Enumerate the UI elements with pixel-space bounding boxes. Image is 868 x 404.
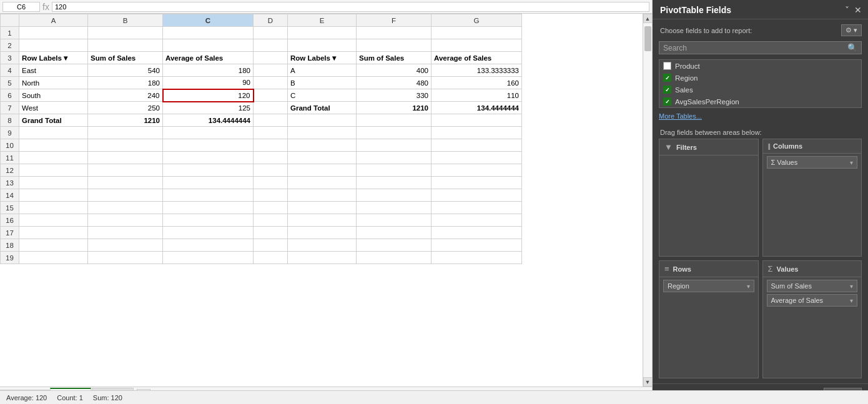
- cell-G2[interactable]: [432, 39, 522, 52]
- formula-input[interactable]: [52, 2, 649, 12]
- field-label-product: Product: [675, 62, 700, 70]
- cell-C1[interactable]: [163, 27, 254, 39]
- cell-A1[interactable]: [19, 27, 88, 39]
- cell-A3[interactable]: Row Labels ▾: [19, 52, 88, 64]
- cell-C6[interactable]: 120: [163, 89, 254, 102]
- pivot-gear-button[interactable]: ⚙ ▾: [841, 24, 862, 36]
- close-icon[interactable]: ✕: [854, 5, 862, 15]
- pivot-field-item-sales[interactable]: Sales: [659, 84, 861, 96]
- cell-G3[interactable]: Average of Sales: [432, 52, 522, 64]
- cell-B2[interactable]: [88, 39, 163, 52]
- cell-E6[interactable]: C: [288, 89, 357, 102]
- cell-F7[interactable]: 1210: [357, 102, 432, 114]
- chevron-down-icon[interactable]: ˅: [845, 5, 849, 15]
- pivot-rows-region-item[interactable]: Region ▾: [663, 280, 754, 292]
- col-header-B[interactable]: B: [88, 14, 163, 27]
- cell-E3[interactable]: Row Labels ▾: [288, 52, 357, 64]
- cell-B1[interactable]: [88, 27, 163, 39]
- cell-D7[interactable]: [254, 102, 288, 114]
- cell-B5[interactable]: 180: [88, 77, 163, 89]
- col-header-G[interactable]: G: [432, 14, 522, 27]
- cell-A2[interactable]: [19, 39, 88, 52]
- pivot-panel-header-icons: ˅ ✕: [845, 5, 862, 15]
- pivot-area-values-header: Σ Values: [763, 261, 862, 277]
- col-header-A[interactable]: A: [19, 14, 88, 27]
- cell-E8[interactable]: [288, 114, 357, 127]
- pivot-values-sum-item[interactable]: Sum of Sales ▾: [767, 280, 858, 292]
- cell-D6[interactable]: [254, 89, 288, 102]
- cell-B4[interactable]: 540: [88, 64, 163, 77]
- pivot-search-box[interactable]: 🔍: [659, 41, 862, 54]
- scroll-down-button[interactable]: ▼: [643, 377, 653, 387]
- pivot-columns-values-item[interactable]: Σ Values ▾: [767, 156, 858, 169]
- cell-A8[interactable]: Grand Total: [19, 114, 88, 127]
- table-row: 10: [1, 139, 522, 152]
- field-checkbox-sales[interactable]: [663, 86, 671, 94]
- cell-D8[interactable]: [254, 114, 288, 127]
- chevron-down-icon: ▾: [850, 297, 853, 304]
- cell-C3[interactable]: Average of Sales: [163, 52, 254, 64]
- cell-G7[interactable]: 134.4444444: [432, 102, 522, 114]
- field-checkbox-avgsalesperregion[interactable]: [663, 97, 671, 106]
- field-checkbox-product[interactable]: [663, 62, 671, 70]
- table-row: 1: [1, 27, 522, 39]
- pivot-values-avg-item[interactable]: Average of Sales ▾: [767, 294, 858, 307]
- status-average: Average: 120: [6, 394, 47, 402]
- cell-B7[interactable]: 250: [88, 102, 163, 114]
- cell-D2[interactable]: [254, 39, 288, 52]
- cell-A4[interactable]: East: [19, 64, 88, 77]
- more-tables-link[interactable]: More Tables...: [653, 111, 868, 124]
- cell-E2[interactable]: [288, 39, 357, 52]
- cell-F6[interactable]: 330: [357, 89, 432, 102]
- cell-G8[interactable]: [432, 114, 522, 127]
- table-row: 13: [1, 177, 522, 189]
- cell-F2[interactable]: [357, 39, 432, 52]
- status-bar: Average: 120 Count: 1 Sum: 120: [0, 390, 868, 404]
- col-header-E[interactable]: E: [288, 14, 357, 27]
- cell-C8[interactable]: 134.4444444: [163, 114, 254, 127]
- col-header-F[interactable]: F: [357, 14, 432, 27]
- scroll-up-button[interactable]: ▲: [643, 14, 653, 23]
- cell-C4[interactable]: 180: [163, 64, 254, 77]
- cell-reference-box[interactable]: [2, 2, 40, 12]
- pivot-search-input[interactable]: [663, 44, 847, 52]
- cell-C7[interactable]: 125: [163, 102, 254, 114]
- cell-E1[interactable]: [288, 27, 357, 39]
- cell-E5[interactable]: B: [288, 77, 357, 89]
- cell-F1[interactable]: [357, 27, 432, 39]
- cell-B8[interactable]: 1210: [88, 114, 163, 127]
- field-checkbox-region[interactable]: [663, 74, 671, 82]
- cell-F4[interactable]: 400: [357, 64, 432, 77]
- cell-F3[interactable]: Sum of Sales: [357, 52, 432, 64]
- vertical-scrollbar[interactable]: ▲ ▼: [643, 14, 652, 387]
- cell-D4[interactable]: [254, 64, 288, 77]
- pivot-area-columns-header: ||| Columns: [763, 139, 862, 154]
- cell-G6[interactable]: 110: [432, 89, 522, 102]
- pivot-field-item-region[interactable]: Region: [659, 72, 861, 84]
- cell-G1[interactable]: [432, 27, 522, 39]
- cell-E7[interactable]: Grand Total: [288, 102, 357, 114]
- cell-A5[interactable]: North: [19, 77, 88, 89]
- cell-B6[interactable]: 240: [88, 89, 163, 102]
- pivot-drag-label: Drag fields between areas below:: [653, 124, 868, 139]
- pivot-field-item-avgsalesperregion[interactable]: AvgSalesPerRegion: [659, 96, 861, 107]
- cell-A7[interactable]: West: [19, 102, 88, 114]
- cell-F5[interactable]: 480: [357, 77, 432, 89]
- scroll-thumb[interactable]: [644, 26, 651, 51]
- cell-B3[interactable]: Sum of Sales: [88, 52, 163, 64]
- cell-F8[interactable]: [357, 114, 432, 127]
- cell-D3[interactable]: [254, 52, 288, 64]
- table-row: 5 North 180 90 B 480 160: [1, 77, 522, 89]
- col-header-C[interactable]: C: [163, 14, 254, 27]
- cell-A6[interactable]: South: [19, 89, 88, 102]
- cell-C5[interactable]: 90: [163, 77, 254, 89]
- formula-divider: fx: [42, 2, 49, 12]
- cell-C2[interactable]: [163, 39, 254, 52]
- col-header-D[interactable]: D: [254, 14, 288, 27]
- cell-E4[interactable]: A: [288, 64, 357, 77]
- pivot-field-item-product[interactable]: Product: [659, 60, 861, 72]
- cell-D1[interactable]: [254, 27, 288, 39]
- cell-G4[interactable]: 133.3333333: [432, 64, 522, 77]
- cell-D5[interactable]: [254, 77, 288, 89]
- cell-G5[interactable]: 160: [432, 77, 522, 89]
